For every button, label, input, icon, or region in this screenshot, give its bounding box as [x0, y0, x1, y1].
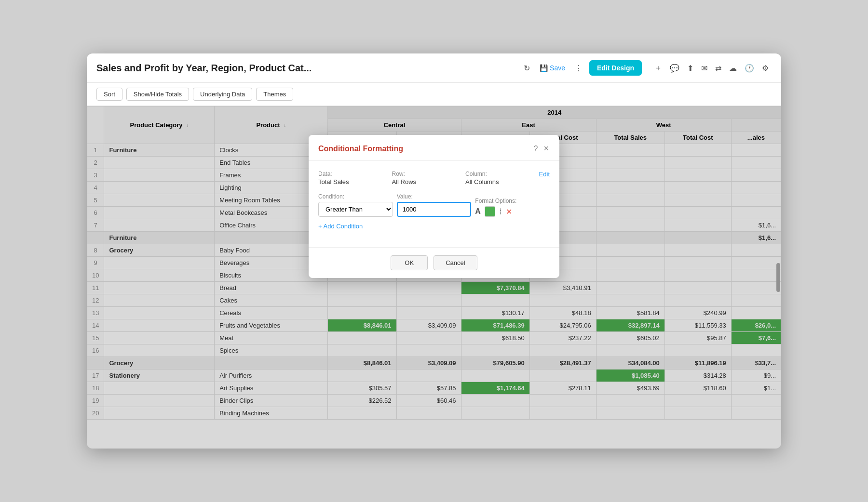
- format-delete-button[interactable]: ✕: [506, 207, 512, 216]
- save-icon: 💾: [540, 64, 548, 72]
- refresh-icon: ↻: [524, 64, 530, 73]
- modal-help-button[interactable]: ?: [533, 144, 539, 154]
- edit-design-button[interactable]: Edit Design: [589, 60, 642, 76]
- edit-section: Edit: [539, 171, 550, 179]
- settings-button[interactable]: ⚙: [759, 62, 772, 75]
- column-section: Column: All Columns: [465, 171, 535, 185]
- upload-icon: ⬆: [687, 64, 693, 73]
- row-value: All Rows: [392, 178, 462, 185]
- format-options-controls: A ⁞ ✕: [475, 206, 550, 217]
- toolbar-icons: ＋ 💬 ⬆ ✉ ⇄ ☁ 🕐 ⚙: [651, 61, 772, 75]
- edit-link[interactable]: Edit: [539, 171, 550, 178]
- help-icon: ?: [534, 145, 538, 153]
- value-section: Value:: [397, 193, 472, 217]
- column-label: Column:: [465, 171, 535, 177]
- save-button[interactable]: 💾 Save: [537, 62, 568, 74]
- cloud-icon: ☁: [729, 64, 737, 73]
- value-input[interactable]: [397, 202, 472, 217]
- comment-icon: 💬: [670, 64, 679, 73]
- format-options-label: Format Options:: [475, 198, 550, 204]
- clock-button[interactable]: 🕐: [742, 62, 757, 75]
- upload-button[interactable]: ⬆: [684, 62, 696, 75]
- ok-button[interactable]: OK: [391, 255, 428, 270]
- toolbar: Sort Show/Hide Totals Underlying Data Th…: [87, 83, 781, 106]
- show-hide-totals-button[interactable]: Show/Hide Totals: [126, 88, 189, 101]
- modal-body: Data: Total Sales Row: All Rows Column: …: [309, 161, 559, 247]
- condition-select[interactable]: Greater Than Equal To Not Equal To Great…: [318, 202, 393, 217]
- data-section: Data: Total Sales: [318, 171, 388, 185]
- row-label: Row:: [392, 171, 462, 177]
- underlying-data-button[interactable]: Underlying Data: [193, 88, 252, 101]
- more-icon: ⋮: [575, 64, 583, 73]
- email-button[interactable]: ✉: [698, 62, 710, 75]
- modal-close-button[interactable]: ×: [542, 143, 550, 155]
- condition-section: Condition: Greater Than Equal To Not Equ…: [318, 193, 393, 217]
- cloud-button[interactable]: ☁: [726, 62, 740, 75]
- condition-label: Condition:: [318, 193, 393, 200]
- email-icon: ✉: [701, 64, 707, 73]
- plus-icon: ＋: [654, 63, 662, 73]
- comment-button[interactable]: 💬: [667, 62, 682, 75]
- themes-button[interactable]: Themes: [256, 88, 293, 101]
- page-title: Sales and Profit by Year, Region, Produc…: [96, 63, 515, 74]
- modal-footer: OK Cancel: [309, 247, 559, 278]
- data-label: Data:: [318, 171, 388, 177]
- sort-button[interactable]: Sort: [96, 88, 122, 101]
- format-options-section: Format Options: A ⁞ ✕: [475, 198, 550, 217]
- clock-icon: 🕐: [745, 64, 754, 73]
- add-condition-link[interactable]: + Add Condition: [318, 223, 550, 230]
- settings-icon: ⚙: [762, 64, 769, 73]
- value-label: Value:: [397, 193, 472, 200]
- color-swatch[interactable]: [485, 206, 495, 217]
- share-button[interactable]: ⇄: [712, 62, 724, 75]
- condition-row: Condition: Greater Than Equal To Not Equ…: [318, 193, 550, 217]
- header-actions: ↻ 💾 Save ⋮ Edit Design ＋ 💬 ⬆ ✉ ⇄ ☁ 🕐 ⚙: [521, 60, 772, 76]
- modal-header: Conditional Formatting ? ×: [309, 135, 559, 161]
- data-value: Total Sales: [318, 178, 388, 185]
- modal-overlay: Conditional Formatting ? ×: [87, 106, 781, 449]
- table-area: Product Category ↓ Product ↓ 2014 Centra…: [87, 106, 781, 449]
- save-label: Save: [550, 64, 565, 72]
- conditional-formatting-modal: Conditional Formatting ? ×: [309, 135, 559, 278]
- refresh-button[interactable]: ↻: [521, 62, 533, 75]
- share-icon: ⇄: [715, 64, 721, 73]
- close-icon: ×: [543, 144, 549, 153]
- header: Sales and Profit by Year, Region, Produc…: [87, 53, 781, 83]
- format-more-icon[interactable]: ⁞: [499, 206, 502, 217]
- main-window: Sales and Profit by Year, Region, Produc…: [87, 53, 781, 449]
- modal-title: Conditional Formatting: [318, 145, 403, 153]
- column-value: All Columns: [465, 178, 535, 185]
- row-section: Row: All Rows: [392, 171, 462, 185]
- data-row-section: Data: Total Sales Row: All Rows Column: …: [318, 171, 550, 185]
- cancel-button[interactable]: Cancel: [434, 255, 477, 270]
- modal-header-icons: ? ×: [533, 143, 550, 155]
- font-icon: A: [475, 207, 481, 216]
- add-button[interactable]: ＋: [651, 61, 665, 75]
- more-menu-button[interactable]: ⋮: [572, 62, 585, 75]
